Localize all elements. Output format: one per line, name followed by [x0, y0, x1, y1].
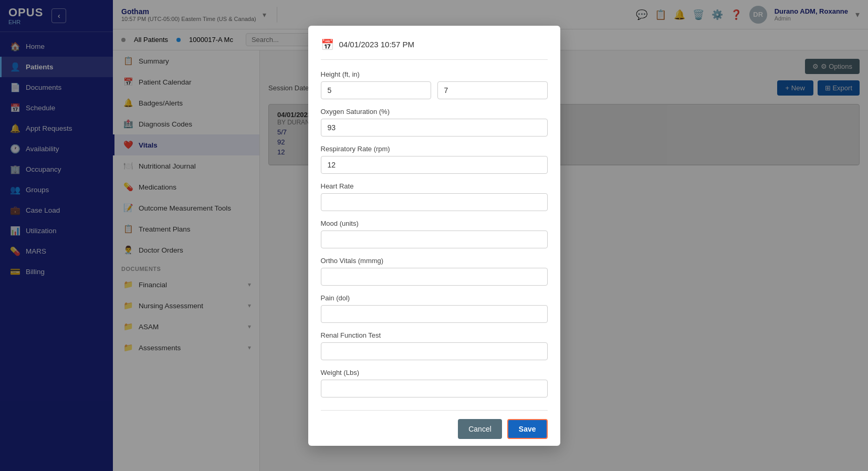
vitals-modal: 📅 04/01/2023 10:57 PM Height (ft, in) Ox…	[308, 26, 560, 446]
pain-group: Pain (dol)	[321, 294, 548, 323]
heart-rate-label: Heart Rate	[321, 182, 548, 190]
ortho-label: Ortho Vitals (mmmg)	[321, 257, 548, 265]
ortho-group: Ortho Vitals (mmmg)	[321, 257, 548, 286]
modal-date-value: 04/01/2023 10:57 PM	[339, 40, 414, 49]
respiratory-input[interactable]	[321, 156, 548, 174]
modal-date-row: 📅 04/01/2023 10:57 PM	[321, 38, 548, 60]
respiratory-label: Respiratory Rate (rpm)	[321, 145, 548, 153]
mood-group: Mood (units)	[321, 219, 548, 248]
modal-overlay: 📅 04/01/2023 10:57 PM Height (ft, in) Ox…	[0, 0, 868, 471]
pain-label: Pain (dol)	[321, 294, 548, 302]
save-label: Save	[519, 425, 536, 433]
oxygen-label: Oxygen Saturation (%)	[321, 108, 548, 116]
save-button[interactable]: Save	[507, 419, 548, 439]
renal-group: Renal Function Test	[321, 331, 548, 360]
respiratory-group: Respiratory Rate (rpm)	[321, 145, 548, 174]
oxygen-input[interactable]	[321, 119, 548, 137]
cancel-button[interactable]: Cancel	[458, 419, 502, 439]
weight-group: Weight (Lbs)	[321, 369, 548, 397]
height-inputs	[321, 81, 548, 99]
weight-label: Weight (Lbs)	[321, 369, 548, 376]
heart-rate-input[interactable]	[321, 193, 548, 211]
heart-rate-group: Heart Rate	[321, 182, 548, 211]
renal-input[interactable]	[321, 342, 548, 360]
height-group: Height (ft, in)	[321, 70, 548, 99]
ortho-input[interactable]	[321, 268, 548, 286]
mood-label: Mood (units)	[321, 219, 548, 227]
cancel-label: Cancel	[468, 425, 491, 433]
renal-label: Renal Function Test	[321, 331, 548, 339]
pain-input[interactable]	[321, 305, 548, 323]
calendar-icon: 📅	[321, 38, 334, 51]
modal-actions: Cancel Save	[321, 410, 548, 439]
weight-input[interactable]	[321, 380, 548, 397]
height-in-input[interactable]	[437, 81, 548, 99]
oxygen-group: Oxygen Saturation (%)	[321, 108, 548, 137]
mood-input[interactable]	[321, 231, 548, 248]
height-label: Height (ft, in)	[321, 70, 548, 78]
height-ft-input[interactable]	[321, 81, 431, 99]
